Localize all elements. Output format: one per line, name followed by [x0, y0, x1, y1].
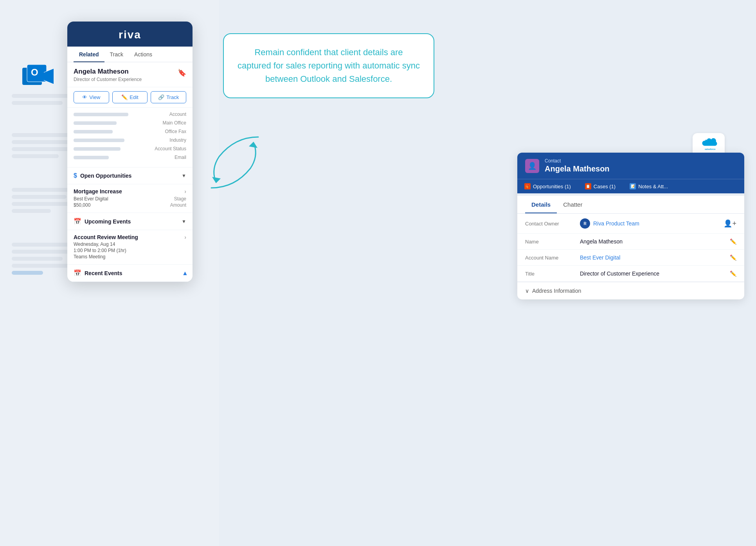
recent-calendar-icon: 📅 — [74, 269, 81, 277]
field-bar-office-fax — [74, 130, 113, 133]
field-label-account-status: Account Status — [151, 146, 186, 151]
opportunity-name: Mortgage Increase › — [74, 188, 186, 195]
opportunity-chevron-right[interactable]: › — [184, 188, 186, 195]
svg-marker-6 — [249, 142, 257, 148]
field-bar-industry — [74, 139, 124, 142]
sf-detail-tabs: Details Chatter — [517, 196, 744, 214]
owner-avatar: R — [580, 218, 590, 229]
title-edit-icon[interactable]: ✏️ — [730, 270, 736, 277]
riva-logo: riva — [75, 29, 185, 41]
sf-nav-notes[interactable]: 📝 Notes & Att... — [623, 179, 675, 193]
salesforce-cloud-icon: salesforce — [699, 137, 718, 152]
field-label-email: Email — [151, 155, 186, 160]
salesforce-panel: 👤 Contact Angela Matheson 🎁 Opportunitie… — [517, 153, 744, 299]
track-icon: 🔗 — [158, 94, 164, 100]
edit-button[interactable]: ✏️ Edit — [112, 91, 148, 103]
svg-text:O: O — [31, 67, 38, 77]
stage-label: Stage — [174, 196, 186, 202]
sf-label-account-name: Account Name — [525, 255, 580, 261]
sf-label-name: Name — [525, 239, 580, 245]
bookmark-icon[interactable]: 🔖 — [178, 68, 186, 77]
event-location: Teams Meeting — [74, 254, 186, 259]
open-opportunities-section[interactable]: $ Open Opportunities ▼ — [67, 168, 193, 184]
quote-box: Remain confident that client details are… — [223, 33, 434, 98]
riva-header: riva — [67, 22, 193, 47]
address-chevron-icon: ∨ — [525, 288, 529, 294]
sf-tab-details[interactable]: Details — [525, 196, 557, 213]
account-edit-icon[interactable]: ✏️ — [730, 254, 736, 261]
sf-nav: 🎁 Opportunities (1) 📋 Cases (1) 📝 Notes … — [517, 179, 744, 193]
contact-title: Director of Customer Experience — [74, 77, 142, 82]
event-time: 1:00 PM to 2:00 PM (1hr) — [74, 248, 186, 253]
opportunity-company-row: Best Ever Digital Stage — [74, 196, 186, 202]
upcoming-events-title: 📅 Upcoming Events — [74, 218, 131, 225]
event-item: Account Review Meeting › Wednesday, Aug … — [67, 230, 193, 265]
field-label-main-office: Main Office — [151, 120, 186, 126]
open-opportunities-title: $ Open Opportunities — [74, 172, 131, 179]
sf-tab-chatter[interactable]: Chatter — [557, 196, 589, 213]
field-row-account-status: Account Status — [74, 146, 186, 151]
amount-label: Amount — [170, 202, 186, 208]
bg-line-5 — [12, 147, 74, 151]
field-row-account: Account — [74, 112, 186, 117]
owner-change-icon[interactable]: 👤+ — [724, 219, 736, 228]
field-row-main-office: Main Office — [74, 120, 186, 126]
sf-nav-cases[interactable]: 📋 Cases (1) — [578, 179, 623, 193]
tab-actions[interactable]: Actions — [129, 47, 158, 62]
recent-events-chevron-right: ▶ — [182, 271, 187, 275]
field-rows: Account Main Office Office Fax Industry … — [67, 108, 193, 168]
view-icon: 👁 — [82, 94, 87, 100]
sf-label-contact-owner: Contact Owner — [525, 221, 580, 227]
recent-events-title: 📅 Recent Events — [74, 269, 122, 277]
field-label-office-fax: Office Fax — [151, 129, 186, 134]
account-link[interactable]: Best Ever Digital — [580, 254, 620, 261]
bg-line-2 — [12, 101, 63, 105]
bg-line-1 — [12, 94, 74, 98]
contact-card: Angela Matheson Director of Customer Exp… — [67, 62, 193, 87]
sync-arrows — [203, 125, 266, 204]
sf-nav-opportunities[interactable]: 🎁 Opportunities (1) — [517, 179, 578, 193]
bg-line-11 — [12, 243, 74, 247]
sf-field-contact-owner: Contact Owner R Riva Product Team 👤+ — [517, 214, 744, 234]
notes-icon: 📝 — [630, 183, 636, 189]
field-row-email: Email — [74, 155, 186, 160]
track-button[interactable]: 🔗 Track — [151, 91, 186, 103]
opportunities-chevron-down: ▼ — [182, 173, 186, 178]
field-bar-account-status — [74, 147, 121, 151]
event-name: Account Review Meeting › — [74, 234, 186, 240]
sf-field-name: Name Angela Matheson ✏️ — [517, 234, 744, 250]
tab-related[interactable]: Related — [74, 47, 104, 62]
bg-line-8 — [12, 195, 67, 199]
upcoming-events-section[interactable]: 📅 Upcoming Events ▼ — [67, 213, 193, 230]
svg-text:salesforce: salesforce — [705, 148, 715, 150]
field-bar-account — [74, 113, 128, 116]
opportunity-amount: $50,000 — [74, 202, 90, 208]
name-edit-icon[interactable]: ✏️ — [730, 238, 736, 245]
bg-line-14 — [12, 264, 70, 268]
sf-fields: Contact Owner R Riva Product Team 👤+ Nam… — [517, 214, 744, 282]
field-bar-main-office — [74, 121, 117, 125]
tab-track[interactable]: Track — [104, 47, 129, 62]
bg-line-13 — [12, 257, 63, 261]
sf-address-section[interactable]: ∨ Address Information — [517, 282, 744, 299]
outlook-icon: O — [20, 63, 56, 90]
opportunities-icon: 🎁 — [524, 183, 531, 189]
event-date: Wednesday, Aug 14 — [74, 241, 186, 247]
sf-contact-info: Contact Angela Matheson — [545, 158, 610, 173]
view-button[interactable]: 👁 View — [74, 91, 109, 103]
event-chevron-right[interactable]: › — [184, 234, 186, 240]
recent-events-section[interactable]: 📅 Recent Events ▶ — [67, 265, 193, 282]
field-row-industry: Industry — [74, 137, 186, 143]
bg-line-4 — [12, 140, 70, 144]
dollar-icon: $ — [74, 172, 77, 179]
bg-line-9 — [12, 202, 72, 206]
sf-value-title: Director of Customer Experience ✏️ — [580, 270, 736, 277]
edit-icon: ✏️ — [121, 94, 128, 100]
sf-value-account-name: Best Ever Digital ✏️ — [580, 254, 736, 261]
opportunity-company: Best Ever Digital — [74, 196, 108, 202]
owner-link[interactable]: Riva Product Team — [593, 220, 639, 227]
sf-value-contact-owner: R Riva Product Team 👤+ — [580, 218, 736, 229]
sf-field-title: Title Director of Customer Experience ✏️ — [517, 266, 744, 282]
bg-line-6 — [12, 154, 59, 158]
quote-text: Remain confident that client details are… — [238, 46, 420, 86]
